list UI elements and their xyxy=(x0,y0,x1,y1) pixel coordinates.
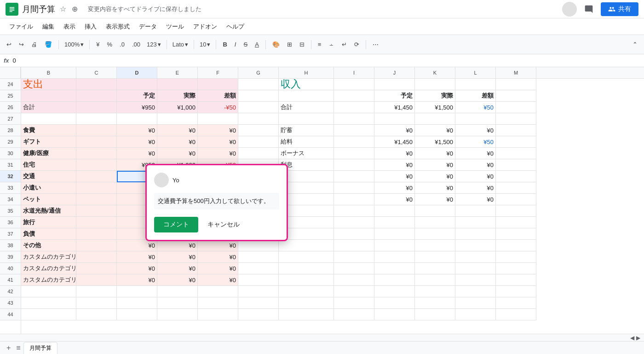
menu-file[interactable]: ファイル xyxy=(6,21,37,33)
zoom-select[interactable]: 100% ▾ xyxy=(63,40,86,49)
comment-cancel-button[interactable]: キャンセル xyxy=(202,217,245,232)
formula-input[interactable]: 0 xyxy=(13,57,640,64)
cell-j33: ¥0 xyxy=(374,182,415,194)
undo-button[interactable]: ↩ xyxy=(4,39,14,50)
italic-button[interactable]: I xyxy=(232,39,239,50)
cell-m35 xyxy=(496,205,536,217)
currency-button[interactable]: ¥ xyxy=(93,39,102,50)
merge-button[interactable]: ⊟ xyxy=(297,39,307,50)
menu-view[interactable]: 表示 xyxy=(60,21,79,33)
cell-d38: ¥0 xyxy=(117,240,157,251)
underline-button[interactable]: A xyxy=(252,39,262,50)
cell-b44 xyxy=(21,309,76,320)
cell-j36 xyxy=(374,217,415,228)
menu-edit[interactable]: 編集 xyxy=(39,21,58,33)
cell-k32: ¥0 xyxy=(415,171,455,182)
cell-f40: ¥0 xyxy=(198,263,238,274)
cell-f29: ¥0 xyxy=(198,136,238,148)
cell-h24[interactable]: 収入 xyxy=(279,79,334,90)
cell-k25: 実際 xyxy=(415,90,455,102)
cell-l27 xyxy=(455,113,496,125)
collapse-toolbar-button[interactable]: ⌃ xyxy=(630,39,640,50)
menu-insert[interactable]: 挿入 xyxy=(81,21,100,33)
menu-format[interactable]: 表示形式 xyxy=(102,21,133,33)
align-button[interactable]: ≡ xyxy=(315,39,324,50)
font-select[interactable]: Lato ▾ xyxy=(171,40,190,49)
strikethrough-button[interactable]: S xyxy=(241,39,250,50)
borders-button[interactable]: ⊞ xyxy=(284,39,295,50)
cell-l41 xyxy=(455,274,496,286)
cell-c29 xyxy=(76,136,117,148)
drive-icon[interactable]: ⊕ xyxy=(72,5,78,13)
cell-d28: ¥0 xyxy=(117,125,157,136)
col-i[interactable]: I xyxy=(334,67,374,78)
col-h[interactable]: H xyxy=(279,67,334,78)
col-j[interactable]: J xyxy=(374,67,415,78)
rotate-button[interactable]: ⟳ xyxy=(351,39,362,50)
print-button[interactable]: 🖨 xyxy=(29,39,40,50)
cell-g25 xyxy=(238,90,279,102)
col-f[interactable]: F xyxy=(198,67,238,78)
row-33: 33 xyxy=(0,182,21,194)
cell-c26 xyxy=(76,102,117,113)
paint-format-button[interactable]: 🪣 xyxy=(42,39,55,50)
menu-help[interactable]: ヘルプ xyxy=(223,21,248,33)
font-size-select[interactable]: 10 ▾ xyxy=(198,40,212,49)
row-26: 26 xyxy=(0,102,21,113)
cell-d24 xyxy=(117,79,157,90)
row-27: 27 xyxy=(0,113,21,125)
col-b[interactable]: B xyxy=(21,67,76,78)
valign-button[interactable]: ⫠ xyxy=(326,39,337,50)
cell-k33: ¥0 xyxy=(415,182,455,194)
cell-e29: ¥0 xyxy=(157,136,198,148)
wrap-button[interactable]: ↵ xyxy=(339,39,350,50)
cell-d30: ¥0 xyxy=(117,148,157,159)
comment-submit-button[interactable]: コメント xyxy=(154,217,198,232)
percent-button[interactable]: % xyxy=(104,39,115,50)
bold-button[interactable]: B xyxy=(220,39,230,50)
cell-d40: ¥0 xyxy=(117,263,157,274)
font-dropdown-icon: ▾ xyxy=(185,41,188,48)
cell-j29: ¥1,450 xyxy=(374,136,415,148)
sheet-tab-monthly-budget[interactable]: 月間予算 xyxy=(23,342,58,354)
cell-c39 xyxy=(76,251,117,263)
star-icon[interactable]: ☆ xyxy=(60,5,66,13)
cell-j27 xyxy=(374,113,415,125)
sheets-menu-button[interactable]: ≡ xyxy=(13,344,23,352)
more-formats-select[interactable]: 123 ▾ xyxy=(145,40,163,49)
cell-l38 xyxy=(455,240,496,251)
menu-addons[interactable]: アドオン xyxy=(190,21,221,33)
redo-button[interactable]: ↪ xyxy=(16,39,27,50)
more-options-button[interactable]: ⋯ xyxy=(370,39,381,50)
cell-h28: 貯蓄 xyxy=(279,125,334,136)
fill-color-button[interactable]: 🎨 xyxy=(270,39,282,50)
decimal-decrease-button[interactable]: .00 xyxy=(129,39,143,50)
cell-b30: 健康/医療 xyxy=(21,148,76,159)
cell-j40 xyxy=(374,263,415,274)
add-sheet-button[interactable]: + xyxy=(4,344,13,352)
col-c[interactable]: C xyxy=(76,67,117,78)
cell-d27 xyxy=(117,113,157,125)
share-button[interactable]: 共有 xyxy=(601,2,638,16)
zoom-dropdown-icon: ▾ xyxy=(80,41,84,48)
scroll-right-button[interactable]: ▶ xyxy=(636,335,640,341)
cell-k40 xyxy=(415,263,455,274)
cell-b24[interactable]: 支出 xyxy=(21,79,76,90)
col-g[interactable]: G xyxy=(238,67,279,78)
col-l[interactable]: L xyxy=(455,67,496,78)
comment-user-info: Yo xyxy=(154,173,279,187)
col-e[interactable]: E xyxy=(157,67,198,78)
decimal-increase-button[interactable]: .0 xyxy=(117,39,127,50)
cell-b28: 食費 xyxy=(21,125,76,136)
col-d[interactable]: D xyxy=(117,67,157,78)
comment-button[interactable] xyxy=(581,1,597,17)
col-m[interactable]: M xyxy=(496,67,536,78)
menu-tools[interactable]: ツール xyxy=(162,21,188,33)
col-k[interactable]: K xyxy=(415,67,455,78)
menu-data[interactable]: データ xyxy=(135,21,161,33)
grid-row-27 xyxy=(21,113,644,125)
grid-row-35: 水道光熱/通信 ¥0 ¥0 ¥0 xyxy=(21,205,644,217)
grid-row-39: カスタムのカテゴリ１ ¥0 ¥0 ¥0 xyxy=(21,251,644,263)
cell-i32 xyxy=(334,171,374,182)
scroll-left-button[interactable]: ◀ xyxy=(630,335,634,341)
